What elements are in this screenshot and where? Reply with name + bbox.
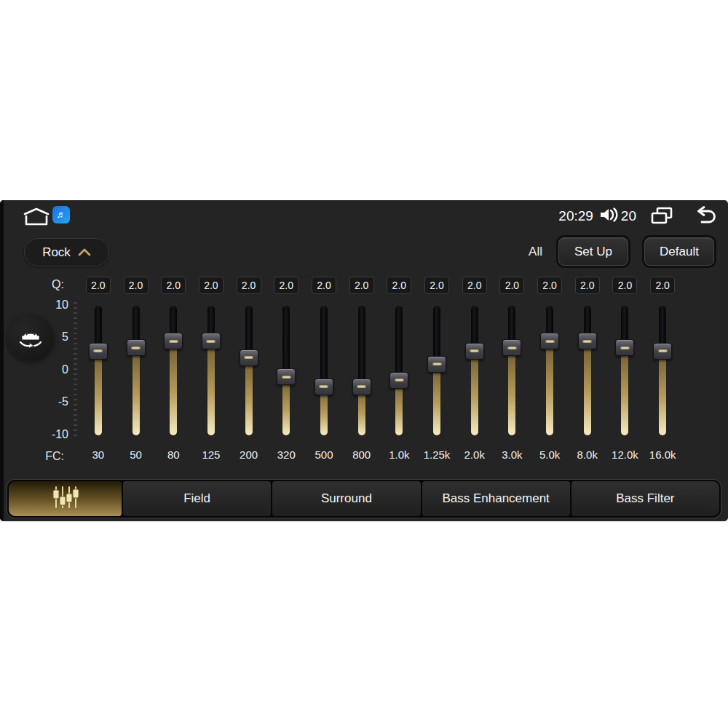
gain-slider[interactable] [352,306,371,435]
db-tick-label: 0 [35,363,68,377]
slider-rail-lower [170,341,177,435]
frequency-label: 1.0k [389,448,409,461]
eq-band-column: 2.0 8.0k [569,277,606,473]
recent-apps-button[interactable] [649,206,674,226]
q-value-badge[interactable]: 2.0 [537,277,562,294]
equalizer-sliders-icon [50,485,81,513]
gain-slider[interactable] [653,306,672,435]
slider-rail-lower [433,364,440,435]
eq-band-column: 2.0 500 [305,277,343,473]
eq-band-column: 2.0 1.0k [381,277,419,473]
slider-thumb[interactable] [578,333,597,349]
eq-band-column: 2.0 50 [117,277,155,473]
q-value: 2.0 [242,280,256,291]
slider-rail-lower [95,351,102,435]
eq-band-column: 2.0 800 [343,277,381,473]
q-value-badge[interactable]: 2.0 [349,277,374,294]
status-cluster: 20:29 20 [558,206,718,226]
frequency-label: 8.0k [577,448,598,461]
gain-slider[interactable] [465,306,484,435]
q-value-badge[interactable]: 2.0 [312,277,336,294]
tick-ruler [74,302,77,438]
clock: 20:29 [558,208,593,224]
slider-thumb[interactable] [502,339,521,356]
tab-surround[interactable]: Surround [272,481,420,516]
tab-field[interactable]: Field [123,481,271,516]
slider-thumb[interactable] [427,356,446,373]
dsp-tab-bar: Field Surround Bass Enhancement Bass Fil… [7,480,721,518]
tab-bass-filter[interactable]: Bass Filter [571,481,719,516]
back-arrow-icon [693,206,718,227]
gain-slider[interactable] [89,306,108,435]
slider-rail-lower [508,348,515,435]
eq-band-column: 2.0 80 [154,277,192,473]
gain-slider[interactable] [314,306,333,435]
gain-slider[interactable] [578,306,597,435]
q-value: 2.0 [392,280,406,291]
gain-slider[interactable] [502,306,521,435]
slider-thumb[interactable] [653,343,672,360]
recents-icon [649,205,674,228]
gain-slider[interactable] [427,306,446,435]
q-value-badge[interactable]: 2.0 [424,277,449,294]
set-up-button[interactable]: Set Up [558,237,628,266]
eq-bands: 2.0 30 2.0 50 2.0 80 2.0 12 [79,277,681,473]
q-value-badge[interactable]: 2.0 [462,277,487,294]
slider-thumb[interactable] [540,333,559,349]
q-value-badge[interactable]: 2.0 [86,277,111,294]
db-tick-label: -10 [35,427,68,442]
q-value-badge[interactable]: 2.0 [124,277,149,294]
sound-stage-button[interactable] [7,314,54,361]
eq-band-column: 2.0 125 [192,277,230,473]
q-value-badge[interactable]: 2.0 [199,277,223,294]
gain-slider[interactable] [240,306,258,435]
q-value-badge[interactable]: 2.0 [499,277,524,294]
gain-slider[interactable] [389,306,408,435]
gain-slider[interactable] [127,306,146,435]
slider-thumb[interactable] [277,368,296,385]
car-surround-icon [15,344,47,355]
slider-thumb[interactable] [314,379,333,395]
slider-rail-lower [245,357,253,435]
frequency-label: 5.0k [539,448,560,461]
slider-thumb[interactable] [465,343,484,360]
slider-rail-lower [621,348,628,435]
all-label[interactable]: All [529,245,542,259]
gain-slider[interactable] [540,306,559,435]
gain-slider[interactable] [164,306,183,435]
default-button[interactable]: Default [644,237,714,266]
slider-thumb[interactable] [89,343,108,360]
eq-band-column: 2.0 320 [267,277,305,473]
q-value-badge[interactable]: 2.0 [161,277,186,294]
tab-equalizer-active[interactable] [9,481,122,516]
slider-rail-upper [282,306,290,377]
q-value-badge[interactable]: 2.0 [575,277,600,294]
slider-thumb[interactable] [164,333,183,349]
back-button[interactable] [693,206,718,226]
slider-thumb[interactable] [127,339,146,356]
slider-thumb[interactable] [389,372,408,389]
gain-slider[interactable] [615,306,634,435]
slider-rail-upper [395,306,403,380]
slider-thumb[interactable] [240,349,258,366]
q-value: 2.0 [618,280,632,291]
q-value-badge[interactable]: 2.0 [612,277,637,294]
slider-thumb[interactable] [202,333,221,349]
speaker-icon [599,206,618,226]
eq-band-column: 2.0 2.0k [456,277,494,473]
slider-thumb[interactable] [615,339,634,356]
q-value-badge[interactable]: 2.0 [387,277,411,294]
q-value-badge[interactable]: 2.0 [274,277,298,294]
header-actions: All Set Up Default [529,237,714,266]
chevron-up-icon [78,246,91,259]
slider-rail-upper [320,306,328,387]
slider-rail-lower [659,351,666,435]
slider-thumb[interactable] [352,379,371,395]
q-value-badge[interactable]: 2.0 [650,277,675,294]
gain-slider[interactable] [202,306,221,435]
gain-slider[interactable] [277,306,296,435]
frequency-label: 50 [130,448,142,461]
q-value-badge[interactable]: 2.0 [237,277,261,294]
q-value: 2.0 [204,280,218,291]
tab-bass-enhancement[interactable]: Bass Enhancement [422,481,570,516]
